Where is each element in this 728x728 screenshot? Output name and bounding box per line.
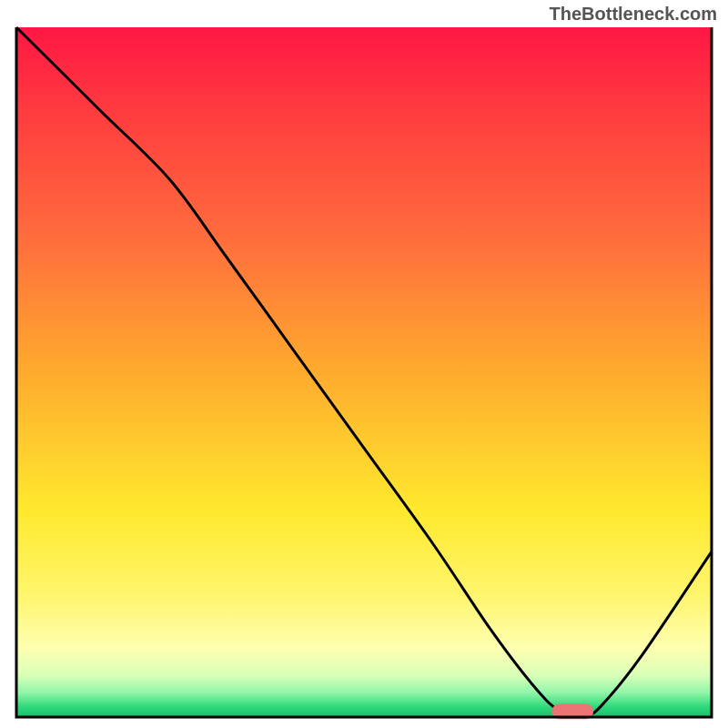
bottleneck-chart xyxy=(0,0,728,728)
chart-container: TheBottleneck.com xyxy=(0,0,728,728)
watermark-text: TheBottleneck.com xyxy=(550,4,717,25)
